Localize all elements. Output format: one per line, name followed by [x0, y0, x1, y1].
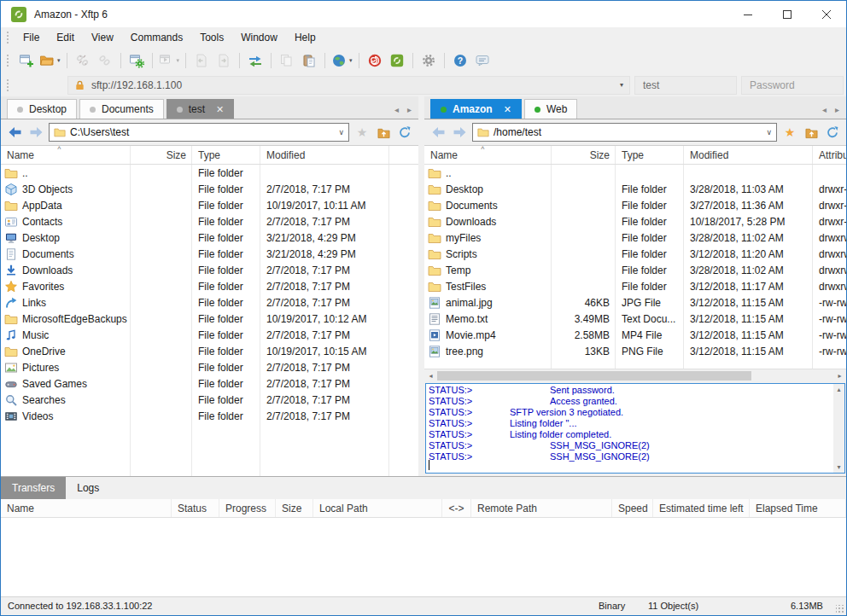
panel-tab-logs[interactable]: Logs — [66, 477, 110, 499]
menu-file[interactable]: File — [15, 27, 48, 48]
scroll-down-icon[interactable]: ▾ — [837, 463, 840, 471]
session-tab-web[interactable]: Web — [524, 99, 577, 119]
menu-help[interactable]: Help — [286, 27, 324, 48]
menu-view[interactable]: View — [83, 27, 122, 48]
scrollbar-thumb[interactable] — [437, 371, 751, 381]
tab-scroll-right-icon[interactable]: ▸ — [835, 105, 839, 114]
address-dropdown-icon[interactable]: ▾ — [620, 81, 623, 89]
column-header-attributes[interactable]: Attributes — [813, 149, 846, 161]
username-field[interactable] — [634, 76, 737, 95]
file-row[interactable]: FavoritesFile folder2/7/2018, 7:17 PM — [1, 278, 418, 294]
column-header-size[interactable]: Size — [131, 149, 192, 161]
transfer-column--[interactable]: <-> — [442, 499, 471, 517]
transfer-column-progress[interactable]: Progress — [219, 499, 276, 517]
file-row[interactable]: DownloadsFile folder10/18/2017, 5:28 PMd… — [424, 213, 846, 230]
file-row[interactable]: DownloadsFile folder2/7/2018, 7:17 PM — [1, 262, 418, 278]
session-tab-desktop[interactable]: Desktop — [7, 99, 77, 119]
session-tab-test[interactable]: test✕ — [166, 99, 235, 119]
file-row[interactable]: VideosFile folder2/7/2018, 7:17 PM — [1, 408, 418, 424]
file-row[interactable]: 3D ObjectsFile folder2/7/2018, 7:17 PM — [1, 181, 418, 197]
favorites-star-icon[interactable]: ★ — [353, 124, 371, 141]
file-row[interactable]: DesktopFile folder3/28/2018, 11:03 AMdrw… — [424, 181, 846, 197]
refresh-icon[interactable] — [396, 124, 413, 141]
transfer-column-estimated-time-left[interactable]: Estimated time left — [653, 499, 750, 517]
transfer-column-speed[interactable]: Speed — [612, 499, 653, 517]
file-row[interactable]: AppDataFile folder10/19/2017, 10:11 AM — [1, 197, 418, 213]
file-row[interactable]: DocumentsFile folder3/21/2018, 4:29 PM — [1, 246, 418, 262]
file-row[interactable]: OneDriveFile folder10/19/2017, 10:15 AM — [1, 343, 418, 359]
transfer-column-status[interactable]: Status — [172, 499, 219, 517]
file-row[interactable]: .. — [424, 165, 846, 181]
file-row[interactable]: MicrosoftEdgeBackupsFile folder10/19/201… — [1, 311, 418, 327]
file-row[interactable]: MusicFile folder2/7/2018, 7:17 PM — [1, 327, 418, 343]
file-row[interactable]: ..File folder — [1, 165, 418, 181]
file-row[interactable]: Memo.txt3.49MBText Docu...3/12/2018, 11:… — [424, 311, 846, 327]
column-header-name[interactable]: Name — [424, 149, 552, 161]
column-header-name[interactable]: Name — [1, 149, 131, 161]
file-row[interactable]: Saved GamesFile folder2/7/2018, 7:17 PM — [1, 375, 418, 392]
address-field[interactable]: sftp://192.168.1.100 ▾ — [67, 76, 630, 95]
local-path-combobox[interactable]: C:\Users\test ∨ — [49, 123, 349, 142]
minimize-button[interactable] — [728, 1, 768, 27]
menu-tools[interactable]: Tools — [191, 27, 232, 48]
file-row[interactable]: TestFilesFile folder3/12/2018, 11:17 AMd… — [424, 278, 846, 294]
settings-button[interactable] — [418, 50, 440, 71]
xshell-button[interactable] — [364, 50, 386, 71]
back-icon[interactable] — [429, 124, 447, 141]
file-row[interactable]: ContactsFile folder2/7/2018, 7:17 PM — [1, 213, 418, 230]
column-header-modified[interactable]: Modified — [684, 149, 813, 161]
dropdown-caret-icon[interactable]: ▾ — [177, 57, 180, 64]
session-tab-amazon[interactable]: Amazon✕ — [430, 99, 522, 119]
session-tab-documents[interactable]: Documents — [79, 99, 164, 119]
address-grip-handle[interactable] — [6, 78, 9, 92]
file-row[interactable]: DocumentsFile folder3/27/2018, 11:36 AMd… — [424, 197, 846, 213]
resize-grip[interactable] — [836, 605, 844, 613]
menu-edit[interactable]: Edit — [48, 27, 83, 48]
column-header-size[interactable]: Size — [552, 149, 616, 161]
up-directory-icon[interactable] — [803, 124, 820, 141]
globe-button[interactable]: ▾ — [330, 50, 354, 71]
menu-commands[interactable]: Commands — [122, 27, 191, 48]
help-button[interactable]: ? — [449, 50, 471, 71]
file-row[interactable]: SearchesFile folder2/7/2018, 7:17 PM — [1, 392, 418, 408]
transfer-column-elapsed-time[interactable]: Elapsed Time — [750, 499, 846, 517]
favorites-star-icon[interactable]: ★ — [781, 124, 798, 141]
transfer-column-size[interactable]: Size — [276, 499, 313, 517]
transfer-column-local-path[interactable]: Local Path — [313, 499, 442, 517]
file-row[interactable]: LinksFile folder2/7/2018, 7:17 PM — [1, 294, 418, 311]
new-session-button[interactable] — [15, 50, 38, 71]
password-field[interactable] — [741, 76, 844, 95]
session-log[interactable]: STATUS:>Sent password.STATUS:>Access gra… — [425, 383, 845, 474]
menu-grip-handle[interactable] — [6, 31, 9, 44]
tab-close-icon[interactable]: ✕ — [504, 105, 511, 114]
paste-button[interactable] — [298, 50, 320, 71]
horizontal-scrollbar[interactable]: ◂ ▸ — [424, 369, 846, 381]
remote-path-combobox[interactable]: /home/test ∨ — [472, 123, 777, 142]
open-folder-button[interactable]: ▾ — [38, 50, 62, 71]
transfer-column-remote-path[interactable]: Remote Path — [471, 499, 612, 517]
file-row[interactable]: tree.png13KBPNG File3/12/2018, 11:15 AM-… — [424, 343, 846, 359]
transfer-button[interactable] — [244, 50, 266, 71]
scroll-right-icon[interactable]: ▸ — [833, 372, 846, 380]
tab-scroll-left-icon[interactable]: ◂ — [394, 105, 399, 114]
toolbar-grip-handle[interactable] — [6, 54, 9, 67]
tab-scroll-right-icon[interactable]: ▸ — [407, 105, 412, 114]
file-row[interactable]: myFilesFile folder3/28/2018, 11:02 AMdrw… — [424, 230, 846, 246]
column-header-modified[interactable]: Modified — [260, 149, 389, 161]
combo-dropdown-icon[interactable]: ∨ — [338, 128, 344, 137]
combo-dropdown-icon[interactable]: ∨ — [766, 128, 772, 137]
transfers-table-body[interactable] — [1, 518, 846, 596]
tab-close-icon[interactable]: ✕ — [216, 105, 224, 114]
feedback-button[interactable] — [471, 50, 494, 71]
scroll-left-icon[interactable]: ◂ — [424, 372, 437, 380]
column-header-type[interactable]: Type — [192, 149, 260, 161]
pane-splitter[interactable] — [418, 96, 424, 476]
up-directory-icon[interactable] — [375, 124, 392, 141]
menu-window[interactable]: Window — [232, 27, 286, 48]
properties-button[interactable] — [126, 50, 148, 71]
vertical-scrollbar[interactable]: ▴▾ — [833, 384, 844, 473]
forward-icon[interactable] — [27, 124, 44, 141]
file-row[interactable]: PicturesFile folder2/7/2018, 7:17 PM — [1, 359, 418, 375]
close-button[interactable] — [807, 1, 846, 27]
back-icon[interactable] — [6, 124, 23, 141]
